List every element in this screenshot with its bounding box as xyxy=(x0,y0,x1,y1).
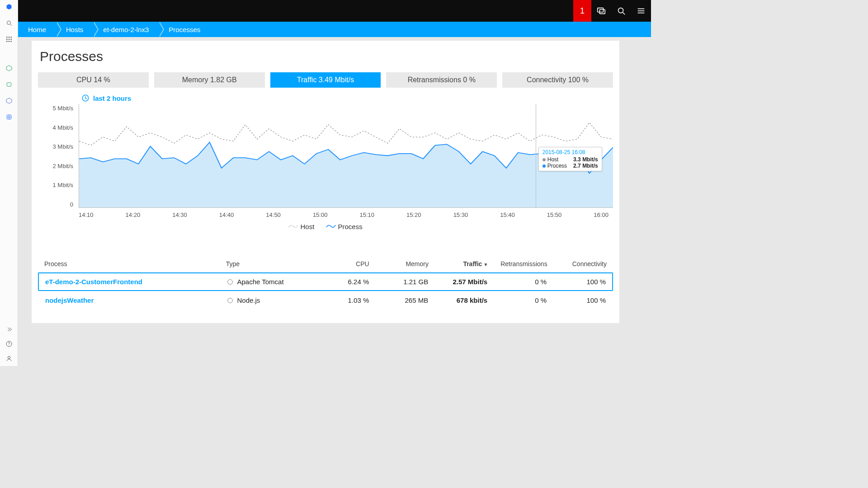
nav-icon-2[interactable] xyxy=(5,80,13,89)
svg-point-11 xyxy=(10,41,11,42)
th-type[interactable]: Type xyxy=(226,260,310,267)
table-header: Process Type CPU Memory Traffic▼ Retrans… xyxy=(38,256,613,272)
chat-icon[interactable] xyxy=(591,0,611,22)
legend-host[interactable]: Host xyxy=(288,223,314,230)
svg-point-19 xyxy=(9,345,9,346)
chart-legend: Host Process xyxy=(38,223,613,230)
crumb-processes[interactable]: Processes xyxy=(159,22,210,37)
svg-rect-13 xyxy=(7,83,11,86)
process-link[interactable]: eT-demo-2-CustomerFrontend xyxy=(45,278,142,286)
alert-badge[interactable]: 1 xyxy=(573,0,591,22)
svg-marker-0 xyxy=(6,4,11,9)
svg-point-20 xyxy=(8,356,10,358)
svg-point-3 xyxy=(6,37,7,38)
svg-rect-22 xyxy=(599,9,605,14)
th-retransmissions[interactable]: Retransmissions xyxy=(488,260,547,267)
legend-process[interactable]: Process xyxy=(326,223,362,230)
svg-point-10 xyxy=(9,41,9,42)
svg-line-24 xyxy=(623,13,625,15)
th-cpu[interactable]: CPU xyxy=(310,260,369,267)
svg-marker-12 xyxy=(6,66,12,71)
timerange-selector[interactable]: last 2 hours xyxy=(81,94,613,102)
chart-xaxis: 14:1014:2014:3014:4014:5015:0015:1015:20… xyxy=(79,211,613,218)
crumb-hosts[interactable]: Hosts xyxy=(56,22,93,37)
tab-connectivity[interactable]: Connectivity 100 % xyxy=(502,72,613,88)
process-link[interactable]: nodejsWeather xyxy=(45,296,94,304)
chart-tooltip: 2015-08-25 16:08 Host3.3 Mbit/s Process2… xyxy=(538,147,602,171)
top-bar: 1 xyxy=(18,0,651,22)
crumb-home[interactable]: Home xyxy=(18,22,56,37)
svg-point-6 xyxy=(6,39,7,40)
th-process[interactable]: Process xyxy=(44,260,226,267)
nav-icon-3[interactable] xyxy=(5,97,13,105)
search-top-icon[interactable] xyxy=(611,0,631,22)
expand-icon[interactable] xyxy=(5,325,13,333)
search-icon[interactable] xyxy=(5,19,13,27)
th-traffic[interactable]: Traffic▼ xyxy=(429,260,488,267)
side-rail xyxy=(0,0,18,366)
svg-point-4 xyxy=(9,37,9,38)
svg-line-2 xyxy=(10,24,11,26)
nav-icon-1[interactable] xyxy=(5,64,13,72)
svg-point-9 xyxy=(6,41,7,42)
svg-rect-21 xyxy=(598,8,604,12)
metric-tabs: CPU 14 % Memory 1.82 GB Traffic 3.49 Mbi… xyxy=(38,72,613,88)
table-row[interactable]: nodejsWeatherNode.js1.03 %265 MB678 kbit… xyxy=(38,291,613,310)
svg-point-8 xyxy=(10,39,11,40)
page-title: Processes xyxy=(40,49,613,64)
tab-traffic[interactable]: Traffic 3.49 Mbit/s xyxy=(270,72,381,88)
chart-plot-area[interactable]: 2015-08-25 16:08 Host3.3 Mbit/s Process2… xyxy=(79,104,613,208)
tooltip-timestamp: 2015-08-25 16:08 xyxy=(542,149,598,155)
breadcrumb: Home Hosts et-demo-2-lnx3 Processes xyxy=(18,22,651,37)
svg-point-5 xyxy=(10,37,11,38)
apps-grid-icon[interactable] xyxy=(5,35,13,43)
user-icon[interactable] xyxy=(5,354,13,362)
th-memory[interactable]: Memory xyxy=(369,260,429,267)
tab-memory[interactable]: Memory 1.82 GB xyxy=(154,72,265,88)
chart-yaxis: 5 Mbit/s4 Mbit/s3 Mbit/s2 Mbit/s1 Mbit/s… xyxy=(38,105,79,209)
process-table: Process Type CPU Memory Traffic▼ Retrans… xyxy=(38,256,613,310)
clock-icon xyxy=(81,94,90,102)
traffic-chart[interactable]: 5 Mbit/s4 Mbit/s3 Mbit/s2 Mbit/s1 Mbit/s… xyxy=(38,104,613,209)
nav-icon-4[interactable] xyxy=(5,113,13,121)
tab-retransmissions[interactable]: Retransmissions 0 % xyxy=(386,72,497,88)
chart-hover-line xyxy=(536,104,536,207)
table-row[interactable]: eT-demo-2-CustomerFrontendApache Tomcat6… xyxy=(38,272,613,291)
crumb-host[interactable]: et-demo-2-lnx3 xyxy=(93,22,159,37)
help-icon[interactable] xyxy=(5,340,13,348)
svg-point-29 xyxy=(227,279,232,284)
timerange-label: last 2 hours xyxy=(93,94,131,102)
svg-marker-14 xyxy=(6,98,12,103)
tab-cpu[interactable]: CPU 14 % xyxy=(38,72,149,88)
svg-point-7 xyxy=(9,39,9,40)
nodejs-icon xyxy=(226,297,234,304)
th-connectivity[interactable]: Connectivity xyxy=(547,260,607,267)
svg-point-1 xyxy=(7,21,10,24)
svg-point-30 xyxy=(227,298,232,303)
content-card: Processes CPU 14 % Memory 1.82 GB Traffi… xyxy=(32,41,619,323)
logo-icon[interactable] xyxy=(5,3,13,11)
tomcat-icon xyxy=(226,278,234,286)
svg-point-23 xyxy=(618,8,623,13)
menu-icon[interactable] xyxy=(631,0,651,22)
